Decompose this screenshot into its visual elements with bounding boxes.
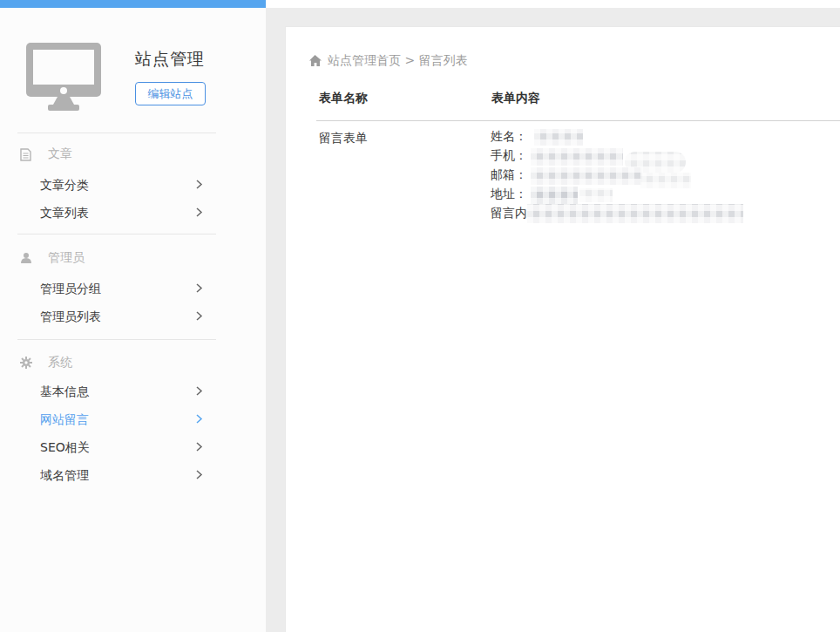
chevron-right-icon[interactable] [195,413,203,425]
sidebar-item-article-category[interactable]: 文章分类 [40,178,89,194]
content-card: 站点管理首页 > 留言列表 表单名称 表单内容 留言表单 姓名： 手机： 邮箱：… [285,26,840,632]
breadcrumb-text: 站点管理首页 > 留言列表 [328,53,468,69]
divider [17,133,216,133]
chevron-right-icon[interactable] [195,310,203,322]
sidebar-item-article-list[interactable]: 文章列表 [40,206,89,221]
redaction-block [579,188,613,202]
table-header-form-content: 表单内容 [491,91,540,106]
chevron-right-icon[interactable] [195,385,203,397]
redaction-block [531,148,623,166]
gear-icon [20,357,32,369]
table-row-form-name: 留言表单 [319,131,368,146]
divider [17,339,216,340]
section-label: 文章 [48,146,72,162]
redaction-block [534,129,583,146]
document-icon [20,148,32,161]
redaction-block [640,173,691,188]
sidebar-item-seo[interactable]: SEO相关 [40,440,90,456]
table-header-border [316,120,840,121]
chevron-right-icon[interactable] [195,441,203,452]
divider [17,234,216,234]
home-icon [308,55,322,67]
section-system: 系统 [20,356,72,370]
chevron-right-icon[interactable] [195,469,203,480]
breadcrumb[interactable]: 站点管理首页 > 留言列表 [308,53,468,69]
monitor-icon [26,43,101,114]
sidebar-item-basic-info[interactable]: 基本信息 [40,384,89,400]
section-articles: 文章 [20,147,72,161]
sidebar: 站点管理 编辑站点 文章 文章分类 文章列表 管理员 管理员分组 管理员列 [0,8,266,632]
sidebar-item-site-messages[interactable]: 网站留言 [40,412,89,428]
site-title: 站点管理 [135,48,205,71]
chevron-right-icon[interactable] [195,179,203,190]
edit-site-button[interactable]: 编辑站点 [135,82,206,105]
redaction-block [531,167,642,185]
sidebar-item-domains[interactable]: 域名管理 [40,468,89,484]
section-label: 系统 [48,355,72,370]
redaction-block [531,187,578,204]
sidebar-item-admin-list[interactable]: 管理员列表 [40,309,101,325]
user-icon [20,252,32,264]
section-label: 管理员 [48,250,85,266]
section-admins: 管理员 [20,251,85,265]
top-accent-bar [0,0,266,8]
chevron-right-icon[interactable] [195,207,203,218]
redaction-block [527,204,743,223]
chevron-right-icon[interactable] [195,282,203,294]
sidebar-item-admin-groups[interactable]: 管理员分组 [40,282,101,297]
table-header-form-name: 表单名称 [319,91,368,106]
